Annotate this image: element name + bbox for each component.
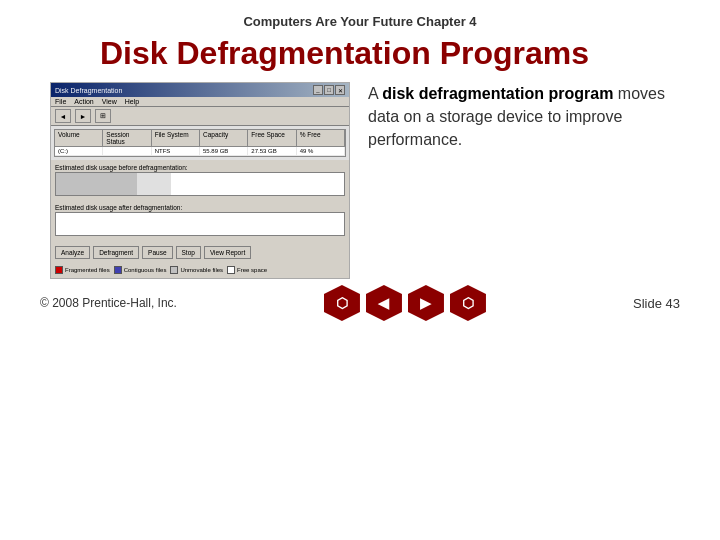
minimize-button[interactable]: _ [313, 85, 323, 95]
menu-help[interactable]: Help [125, 98, 139, 105]
drive-listview: Volume Session Status File System Capaci… [54, 129, 346, 157]
slide-header: Computers Are Your Future Chapter 4 [40, 10, 680, 29]
drive-row[interactable]: (C:) NTFS 55.89 GB 27.53 GB 49 % [55, 147, 345, 156]
legend-fragmented-box [55, 266, 63, 274]
end-button[interactable]: ⬡ [450, 285, 486, 321]
legend-contiguous: Contiguous files [114, 266, 167, 274]
before-progress-bar [56, 173, 171, 195]
slide-footer: © 2008 Prentice-Hall, Inc. ⬡ ◀ ▶ ⬡ Slide… [40, 279, 680, 325]
back-icon: ◀ [378, 295, 389, 311]
window-menubar: File Action View Help [51, 97, 349, 107]
legend-contiguous-box [114, 266, 122, 274]
after-label: Estimated disk usage after defragmentati… [55, 204, 345, 211]
pause-button[interactable]: Pause [142, 246, 172, 259]
after-defrag-section: Estimated disk usage after defragmentati… [55, 204, 345, 240]
analyze-button[interactable]: Analyze [55, 246, 90, 259]
legend-free-box [227, 266, 235, 274]
legend-unmovable: Unmovable files [170, 266, 223, 274]
stop-button[interactable]: Stop [176, 246, 201, 259]
before-progress [55, 172, 345, 196]
main-content: Disk Defragmentation _ □ ✕ File Action V… [40, 82, 680, 279]
forward-button[interactable]: ▶ [408, 285, 444, 321]
close-button[interactable]: ✕ [335, 85, 345, 95]
navigation-buttons: ⬡ ◀ ▶ ⬡ [324, 285, 486, 321]
col-volume: Volume [55, 130, 103, 146]
forward-icon: ▶ [420, 295, 431, 311]
window-title: Disk Defragmentation [55, 87, 122, 94]
cell-free: 27.53 GB [248, 147, 296, 155]
description-prefix: A [368, 85, 382, 102]
maximize-button[interactable]: □ [324, 85, 334, 95]
end-icon: ⬡ [462, 295, 474, 311]
col-pct: % Free [297, 130, 345, 146]
disk-defrag-screenshot: Disk Defragmentation _ □ ✕ File Action V… [50, 82, 350, 279]
defragment-button[interactable]: Defragment [93, 246, 139, 259]
col-status: Session Status [103, 130, 151, 146]
slide-number: Slide 43 [633, 296, 680, 311]
menu-action[interactable]: Action [74, 98, 93, 105]
col-cap: Capacity [200, 130, 248, 146]
toolbar-btn-2[interactable]: ► [75, 109, 91, 123]
col-free: Free Space [248, 130, 296, 146]
copyright: © 2008 Prentice-Hall, Inc. [40, 296, 177, 310]
home-icon: ⬡ [336, 295, 348, 311]
legend-unmovable-label: Unmovable files [180, 267, 223, 273]
toolbar-btn-1[interactable]: ◄ [55, 109, 71, 123]
legend-fragmented: Fragmented files [55, 266, 110, 274]
cell-status [103, 147, 151, 155]
legend: Fragmented files Contiguous files Unmova… [55, 266, 345, 274]
window-toolbar: ◄ ► ⊞ [51, 107, 349, 126]
cell-pct: 49 % [297, 147, 345, 155]
header-title: Computers Are Your Future Chapter 4 [243, 14, 476, 29]
home-button[interactable]: ⬡ [324, 285, 360, 321]
description-area: A disk defragmentation program moves dat… [368, 82, 680, 279]
menu-file[interactable]: File [55, 98, 66, 105]
legend-unmovable-box [170, 266, 178, 274]
view-report-button[interactable]: View Report [204, 246, 251, 259]
action-buttons: Analyze Defragment Pause Stop View Repor… [55, 246, 345, 259]
after-progress [55, 212, 345, 236]
back-button[interactable]: ◀ [366, 285, 402, 321]
before-defrag-section: Estimated disk usage before defragmentat… [55, 164, 345, 200]
cell-fs: NTFS [152, 147, 200, 155]
window-body: Estimated disk usage before defragmentat… [51, 160, 349, 278]
toolbar-btn-3[interactable]: ⊞ [95, 109, 111, 123]
menu-view[interactable]: View [102, 98, 117, 105]
slide-container: Computers Are Your Future Chapter 4 Disk… [0, 0, 720, 540]
legend-contiguous-label: Contiguous files [124, 267, 167, 273]
cell-cap: 55.89 GB [200, 147, 248, 155]
slide-title: Disk Defragmentation Programs [40, 35, 680, 72]
description-bold: disk defragmentation program [382, 85, 613, 102]
description-paragraph: A disk defragmentation program moves dat… [368, 82, 680, 152]
cell-volume: (C:) [55, 147, 103, 155]
before-label: Estimated disk usage before defragmentat… [55, 164, 345, 171]
col-fs: File System [152, 130, 200, 146]
listview-header: Volume Session Status File System Capaci… [55, 130, 345, 147]
window-titlebar: Disk Defragmentation _ □ ✕ [51, 83, 349, 97]
legend-free-label: Free space [237, 267, 267, 273]
window-controls: _ □ ✕ [313, 85, 345, 95]
legend-free: Free space [227, 266, 267, 274]
legend-fragmented-label: Fragmented files [65, 267, 110, 273]
